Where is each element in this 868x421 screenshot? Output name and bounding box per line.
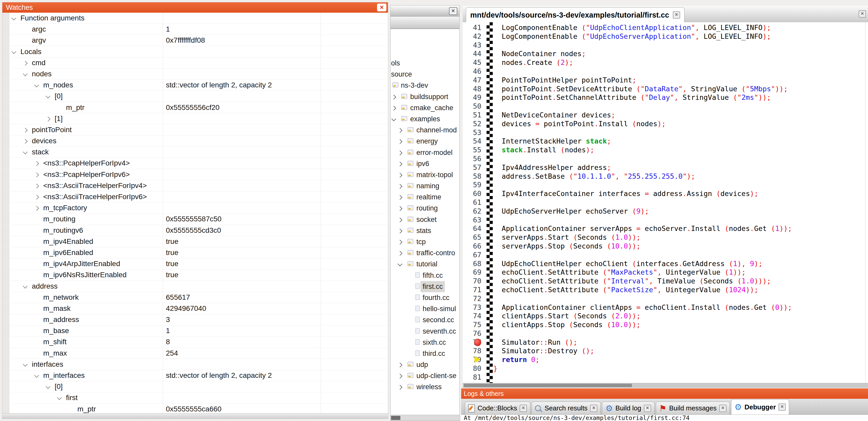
watch-row[interactable]: <ns3::AsciiTraceHelperForIpv6> (2, 191, 388, 202)
watch-row[interactable]: m_network655617 (2, 292, 388, 303)
tree-item-wireless[interactable]: wireless (391, 382, 459, 393)
tree-item-energy[interactable]: energy (391, 136, 459, 147)
chevron-right-icon[interactable] (398, 362, 402, 367)
chevron-right-icon[interactable] (398, 240, 402, 245)
watch-row[interactable]: m_ipv4Enabledtrue (2, 236, 388, 247)
chevron-down-icon[interactable] (391, 117, 396, 121)
tree-item-udp[interactable]: udp (391, 359, 459, 370)
watch-row[interactable]: m_ipv4ArpJitterEnabledtrue (2, 258, 388, 269)
tree-item-source[interactable]: source (391, 69, 459, 80)
close-icon[interactable]: × (377, 4, 386, 11)
chevron-right-icon[interactable] (23, 128, 27, 132)
close-icon[interactable]: × (673, 11, 680, 19)
tree-scroll-thumb[interactable] (391, 416, 400, 420)
chevron-down-icon[interactable] (23, 150, 27, 154)
chevron-right-icon[interactable] (391, 106, 396, 110)
watch-row[interactable]: argc1 (2, 24, 388, 35)
tree-item-realtime[interactable]: realtime (391, 192, 459, 203)
chevron-down-icon[interactable] (57, 395, 62, 400)
tree-item-routing[interactable]: routing (391, 203, 459, 214)
watch-row[interactable]: m_routing0x555555587c50 (2, 214, 388, 225)
chevron-down-icon[interactable] (34, 373, 39, 378)
tree-item-socket[interactable]: socket (391, 214, 459, 225)
close-icon[interactable]: × (520, 405, 527, 412)
chevron-right-icon[interactable] (398, 184, 402, 189)
chevron-right-icon[interactable] (398, 128, 402, 133)
watch-row[interactable]: m_interfacesstd::vector of length 2, cap… (2, 370, 388, 381)
watch-row[interactable]: first (2, 392, 388, 403)
tree-item-udp-client-se[interactable]: udp-client-se (391, 370, 459, 382)
tree-item-seventh-cc[interactable]: seventh.cc (391, 326, 459, 337)
tree-item-ns-3-dev[interactable]: ns-3-dev (391, 80, 459, 91)
tree-item-sixth-cc[interactable]: sixth.cc (391, 337, 459, 348)
tree-item-stats[interactable]: stats (391, 225, 459, 236)
watch-row[interactable]: nodes (2, 68, 388, 79)
chevron-right-icon[interactable] (398, 385, 402, 390)
watch-row[interactable]: stack (2, 147, 388, 158)
watch-row[interactable]: m_routingv60x5555555cd3c0 (2, 225, 388, 236)
watch-row[interactable]: m_ipv6NsRsJitterEnabledtrue (2, 269, 388, 281)
editor-tab-first-cc[interactable]: mnt/dev/tools/source/ns-3-dev/examples/t… (466, 7, 684, 22)
logs-tab-build-messages[interactable]: ⚑Build messages× (656, 401, 730, 415)
watch-row[interactable]: m_shift8 (2, 336, 388, 348)
logs-tab-debugger[interactable]: ⚙Debugger× (731, 399, 789, 415)
code-area[interactable]: 4142434445464748495051525354555657585960… (463, 22, 868, 383)
watch-row[interactable]: m_ipv6Enabledtrue (2, 247, 388, 258)
chevron-right-icon[interactable] (23, 139, 27, 143)
chevron-right-icon[interactable] (398, 173, 402, 177)
watch-row[interactable]: m_ptr0x5555555ca660 (2, 404, 388, 414)
chevron-right-icon[interactable] (45, 117, 50, 121)
chevron-down-icon[interactable] (45, 94, 50, 99)
close-icon[interactable]: × (449, 7, 457, 15)
chevron-right-icon[interactable] (398, 229, 402, 233)
chevron-right-icon[interactable] (398, 162, 402, 166)
chevron-right-icon[interactable] (34, 184, 39, 188)
tree-item-ipv6[interactable]: ipv6 (391, 158, 459, 169)
logs-titlebar[interactable]: Logs & others (461, 388, 868, 399)
breakpoint-marker[interactable] (474, 339, 481, 346)
chevron-down-icon[interactable] (11, 15, 16, 20)
watch-row[interactable]: m_ptr0x55555556cf20 (2, 102, 388, 113)
watch-row[interactable]: m_nodesstd::vector of length 2, capacity… (2, 79, 388, 91)
watch-row[interactable]: m_tcpFactory (2, 202, 388, 214)
chevron-right-icon[interactable] (34, 195, 39, 199)
watch-row[interactable]: <ns3::PcapHelperForIpv6> (2, 169, 388, 180)
watch-row[interactable]: [0] (2, 91, 388, 102)
tree-item-ols[interactable]: ols (391, 58, 459, 69)
watch-row[interactable]: [1] (2, 113, 388, 124)
tree-item-fourth-cc[interactable]: fourth.cc (391, 292, 459, 303)
watches-h-scrollbar[interactable] (2, 413, 388, 419)
chevron-down-icon[interactable] (23, 71, 27, 76)
tree-item-traffic-contro[interactable]: traffic-contro (391, 248, 459, 259)
watch-row[interactable]: devices (2, 135, 388, 147)
tree-item-tutorial[interactable]: tutorial (391, 259, 459, 270)
close-icon[interactable]: × (859, 10, 866, 18)
tree-item-buildsupport[interactable]: buildsupport (391, 91, 459, 102)
chevron-right-icon[interactable] (398, 374, 402, 379)
logs-tab-build-log[interactable]: ⚙Build log× (602, 401, 654, 415)
chevron-right-icon[interactable] (398, 251, 402, 256)
chevron-down-icon[interactable] (23, 362, 27, 366)
tree-item-cmake-cache[interactable]: cmake_cache (391, 102, 459, 114)
watch-row[interactable]: [0] (2, 381, 388, 392)
logs-tab-search-results[interactable]: Search results× (532, 401, 601, 415)
chevron-right-icon[interactable] (398, 151, 402, 155)
watches-titlebar[interactable]: Watches × (2, 2, 388, 13)
tree-item-third-cc[interactable]: third.cc (391, 348, 459, 359)
chevron-right-icon[interactable] (398, 218, 402, 222)
chevron-down-icon[interactable] (23, 284, 27, 288)
chevron-right-icon[interactable] (398, 195, 402, 200)
chevron-right-icon[interactable] (34, 206, 39, 210)
watch-row[interactable]: <ns3::PcapHelperForIpv4> (2, 158, 388, 169)
chevron-right-icon[interactable] (398, 206, 402, 211)
tree-item-error-model[interactable]: error-model (391, 147, 459, 158)
chevron-down-icon[interactable] (34, 83, 39, 87)
watch-row[interactable]: m_address3 (2, 314, 388, 325)
watch-row[interactable]: pointToPoint (2, 124, 388, 135)
close-icon[interactable]: × (719, 405, 726, 412)
editor-h-scrollbar[interactable] (463, 383, 868, 388)
watch-row[interactable]: Function arguments (2, 13, 388, 24)
chevron-down-icon[interactable] (11, 49, 16, 54)
close-icon[interactable]: × (590, 405, 597, 412)
tree-item-examples[interactable]: examples (391, 114, 459, 125)
